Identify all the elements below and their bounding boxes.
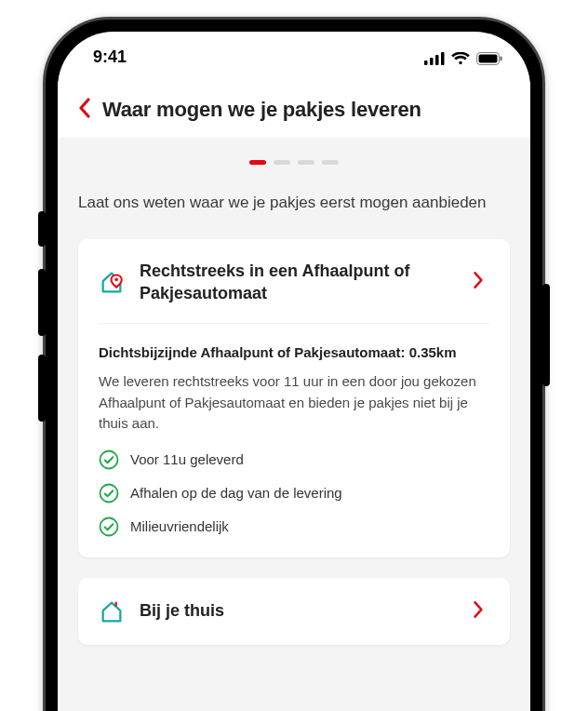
progress-step-4 <box>322 160 339 165</box>
phone-mute-switch <box>38 211 46 247</box>
svg-point-7 <box>114 277 118 281</box>
card-divider <box>99 323 489 324</box>
house-icon <box>99 598 125 624</box>
body: Laat ons weten waar we je pakjes eerst m… <box>58 138 530 711</box>
phone-frame: 9:41 <box>43 17 545 711</box>
svg-rect-2 <box>435 55 439 65</box>
status-time: 9:41 <box>93 47 127 67</box>
svg-point-9 <box>100 484 118 502</box>
progress-step-3 <box>298 160 314 165</box>
page-title: Waar mogen we je pakjes leveren <box>102 98 421 122</box>
status-bar: 9:41 <box>58 32 530 82</box>
svg-point-10 <box>100 517 118 535</box>
phone-volume-up <box>38 269 46 336</box>
wifi-icon <box>451 50 470 63</box>
back-button[interactable] <box>78 98 91 122</box>
cellular-icon <box>424 50 445 63</box>
check-circle-icon <box>99 516 119 537</box>
screen: 9:41 <box>58 32 530 711</box>
svg-rect-0 <box>424 60 428 65</box>
svg-rect-6 <box>501 57 502 61</box>
nearest-line: Dichtsbijzijnde Afhaalpunt of Pakjesauto… <box>99 342 489 362</box>
svg-rect-5 <box>479 55 498 63</box>
header: Waar mogen we je pakjes leveren <box>58 82 530 138</box>
benefit-item: Voor 11u geleverd <box>99 449 489 470</box>
option-title: Rechtstreeks in een Afhaalpunt of Pakjes… <box>140 260 458 305</box>
option-header: Rechtstreeks in een Afhaalpunt of Pakjes… <box>99 260 489 305</box>
battery-icon <box>476 50 502 63</box>
chevron-right-icon <box>473 600 489 623</box>
intro-text: Laat ons weten waar we je pakjes eerst m… <box>78 191 510 215</box>
svg-rect-3 <box>441 52 445 65</box>
benefit-label: Milieuvriendelijk <box>130 518 229 534</box>
option-pickup-point-card[interactable]: Rechtstreeks in een Afhaalpunt of Pakjes… <box>78 239 510 557</box>
benefits-list: Voor 11u geleverd Afhalen op de dag van … <box>99 449 489 537</box>
progress-step-2 <box>274 160 290 165</box>
house-pin-icon <box>99 269 125 295</box>
phone-power-button <box>542 284 550 386</box>
option-home-card[interactable]: Bij je thuis <box>78 578 510 645</box>
svg-rect-1 <box>430 58 434 65</box>
chevron-right-icon <box>473 271 489 293</box>
check-circle-icon <box>99 483 119 503</box>
option-description: We leveren rechtstreeks voor 11 uur in e… <box>99 371 489 435</box>
progress-dots <box>78 160 510 165</box>
option-header: Bij je thuis <box>99 598 489 624</box>
check-circle-icon <box>99 449 119 470</box>
svg-point-8 <box>100 450 118 468</box>
benefit-label: Voor 11u geleverd <box>130 451 244 467</box>
phone-volume-down <box>38 355 46 422</box>
benefit-item: Afhalen op de dag van de levering <box>99 483 489 503</box>
status-right <box>424 50 502 63</box>
option-title: Bij je thuis <box>140 599 458 622</box>
benefit-item: Milieuvriendelijk <box>99 516 489 537</box>
progress-step-1 <box>249 160 266 165</box>
benefit-label: Afhalen op de dag van de levering <box>130 485 342 501</box>
